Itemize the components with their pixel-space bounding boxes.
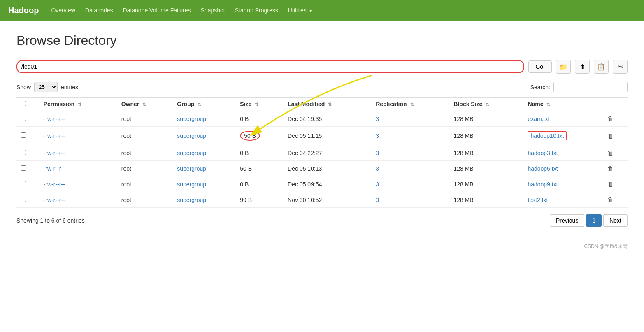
table-header-row: Permission ⇅ Owner ⇅ Group ⇅ Size ⇅ Last… bbox=[16, 98, 628, 111]
replication-value[interactable]: 3 bbox=[376, 181, 379, 188]
block-size-value: 128 MB bbox=[449, 192, 523, 208]
col-permission: Permission ⇅ bbox=[40, 98, 117, 111]
sort-group-icon[interactable]: ⇅ bbox=[198, 102, 201, 107]
file-name-link[interactable]: hadoop9.txt bbox=[528, 181, 558, 188]
go-button[interactable]: Go! bbox=[528, 60, 552, 73]
row-checkbox[interactable] bbox=[21, 197, 26, 202]
delete-button[interactable]: 🗑 bbox=[607, 181, 614, 188]
permission-value[interactable]: -rw-r--r-- bbox=[44, 197, 65, 203]
nav-datanodes[interactable]: Datanodes bbox=[85, 5, 113, 15]
permission-value[interactable]: -rw-r--r-- bbox=[44, 165, 65, 172]
col-group: Group ⇅ bbox=[173, 98, 236, 111]
row-checkbox[interactable] bbox=[21, 132, 26, 138]
group-value[interactable]: supergroup bbox=[177, 197, 206, 203]
nav-utilities[interactable]: Utilities ▾ bbox=[288, 5, 312, 15]
sort-last-modified-icon[interactable]: ⇅ bbox=[328, 102, 332, 107]
sort-name-icon[interactable]: ⇅ bbox=[546, 102, 550, 107]
navbar: Hadoop Overview Datanodes Datanode Volum… bbox=[0, 0, 644, 21]
nav-datanode-volume-failures[interactable]: Datanode Volume Failures bbox=[123, 5, 191, 15]
upload-button[interactable]: ⬆ bbox=[575, 60, 590, 74]
delete-button[interactable]: 🗑 bbox=[607, 165, 614, 172]
sort-replication-icon[interactable]: ⇅ bbox=[410, 102, 414, 107]
row-checkbox[interactable] bbox=[21, 116, 26, 121]
col-replication: Replication ⇅ bbox=[372, 98, 449, 111]
pagination-wrap: Showing 1 to 6 of 6 entries Previous 1 N… bbox=[16, 214, 628, 227]
table-row: -rw-r--r--rootsupergroup50 BDec 05 11:15… bbox=[16, 127, 628, 145]
row-checkbox[interactable] bbox=[21, 150, 26, 155]
replication-value[interactable]: 3 bbox=[376, 197, 379, 203]
delete-button[interactable]: 🗑 bbox=[607, 196, 614, 203]
table-body: -rw-r--r--rootsupergroup0 BDec 04 19:353… bbox=[16, 111, 628, 208]
nav-snapshot[interactable]: Snapshot bbox=[201, 5, 225, 15]
permission-value[interactable]: -rw-r--r-- bbox=[44, 116, 65, 122]
permission-value[interactable]: -rw-r--r-- bbox=[44, 181, 65, 188]
delete-button[interactable]: 🗑 bbox=[607, 149, 614, 156]
main-content: Browse Directory Go! 📁 ⬆ 📋 ✂ Show 10 25 … bbox=[0, 21, 644, 239]
search-input[interactable] bbox=[553, 82, 628, 92]
size-value: 0 B bbox=[236, 145, 284, 161]
sort-block-size-icon[interactable]: ⇅ bbox=[486, 102, 489, 107]
nav-startup-progress[interactable]: Startup Progress bbox=[235, 5, 278, 15]
delete-button[interactable]: 🗑 bbox=[607, 132, 614, 139]
group-value[interactable]: supergroup bbox=[177, 181, 206, 188]
group-value[interactable]: supergroup bbox=[177, 116, 206, 122]
name-cell: exam.txt bbox=[523, 111, 603, 127]
block-size-value: 128 MB bbox=[449, 111, 523, 127]
scissors-button[interactable]: ✂ bbox=[613, 60, 628, 74]
file-name-link[interactable]: test2.txt bbox=[528, 197, 548, 203]
replication-value[interactable]: 3 bbox=[376, 116, 379, 122]
file-name-link[interactable]: hadoop5.txt bbox=[528, 165, 558, 172]
folder-button[interactable]: 📁 bbox=[556, 60, 571, 74]
sort-permission-icon[interactable]: ⇅ bbox=[78, 102, 81, 107]
show-select[interactable]: 10 25 50 100 bbox=[34, 82, 58, 92]
previous-button[interactable]: Previous bbox=[550, 214, 584, 227]
row-checkbox[interactable] bbox=[21, 165, 26, 171]
table-row: -rw-r--r--rootsupergroup99 BNov 30 10:52… bbox=[16, 192, 628, 208]
permission-value[interactable]: -rw-r--r-- bbox=[44, 132, 65, 139]
nav-overview[interactable]: Overview bbox=[51, 5, 75, 15]
table-controls: Show 10 25 50 100 entries Search: bbox=[16, 82, 628, 92]
col-block-size: Block Size ⇅ bbox=[449, 98, 523, 111]
permission-value[interactable]: -rw-r--r-- bbox=[44, 150, 65, 156]
page-1-button[interactable]: 1 bbox=[586, 214, 602, 227]
next-button[interactable]: Next bbox=[603, 214, 628, 227]
select-all-checkbox[interactable] bbox=[21, 101, 26, 106]
col-size: Size ⇅ bbox=[236, 98, 284, 111]
file-name-link[interactable]: hadoop3.txt bbox=[528, 150, 558, 156]
sort-size-icon[interactable]: ⇅ bbox=[255, 102, 258, 107]
last-modified-value: Dec 05 11:15 bbox=[284, 127, 372, 145]
file-name-link[interactable]: hadoop10.txt bbox=[528, 131, 567, 140]
block-size-value: 128 MB bbox=[449, 127, 523, 145]
size-value: 99 B bbox=[236, 192, 284, 208]
col-name: Name ⇅ bbox=[523, 98, 603, 111]
name-cell: test2.txt bbox=[523, 192, 603, 208]
table-container: Permission ⇅ Owner ⇅ Group ⇅ Size ⇅ Last… bbox=[16, 97, 628, 208]
owner-value: root bbox=[117, 176, 173, 192]
group-value[interactable]: supergroup bbox=[177, 165, 206, 172]
name-cell: hadoop10.txt bbox=[523, 127, 603, 145]
replication-value[interactable]: 3 bbox=[376, 165, 379, 172]
replication-value[interactable]: 3 bbox=[376, 150, 379, 156]
table-row: -rw-r--r--rootsupergroup0 BDec 05 09:543… bbox=[16, 176, 628, 192]
row-checkbox[interactable] bbox=[21, 181, 26, 186]
col-owner: Owner ⇅ bbox=[117, 98, 173, 111]
file-name-link[interactable]: exam.txt bbox=[528, 116, 549, 122]
sort-owner-icon[interactable]: ⇅ bbox=[142, 102, 146, 107]
owner-value: root bbox=[117, 192, 173, 208]
owner-value: root bbox=[117, 145, 173, 161]
group-value[interactable]: supergroup bbox=[177, 150, 206, 156]
table-row: -rw-r--r--rootsupergroup50 BDec 05 10:13… bbox=[16, 161, 628, 176]
delete-button[interactable]: 🗑 bbox=[607, 115, 614, 122]
name-cell: hadoop3.txt bbox=[523, 145, 603, 161]
block-size-value: 128 MB bbox=[449, 161, 523, 176]
nav-utilities-wrap: Utilities ▾ bbox=[288, 5, 314, 15]
group-value[interactable]: supergroup bbox=[177, 132, 206, 139]
path-input[interactable] bbox=[16, 60, 524, 73]
name-cell: hadoop9.txt bbox=[523, 176, 603, 192]
block-size-value: 128 MB bbox=[449, 145, 523, 161]
last-modified-value: Dec 04 19:35 bbox=[284, 111, 372, 127]
size-value: 50 B bbox=[236, 127, 284, 145]
path-input-wrap bbox=[16, 60, 524, 73]
replication-value[interactable]: 3 bbox=[376, 132, 379, 139]
copy-button[interactable]: 📋 bbox=[594, 60, 609, 74]
